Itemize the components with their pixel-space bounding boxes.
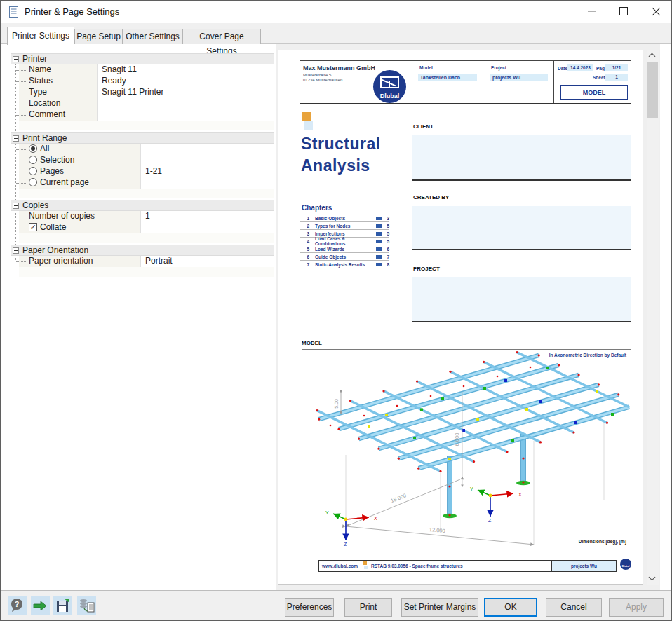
- paper-orientation-value[interactable]: Portrait: [141, 256, 274, 267]
- report-footer: www.dlubal.com RSTAB 9.03.0056 - Space f…: [318, 560, 617, 572]
- option-label: All: [40, 144, 49, 153]
- dim-height: 6.000: [454, 433, 460, 446]
- row-label: Paper orientation: [19, 256, 141, 267]
- printer-page-settings-dialog: Printer & Page Settings Printer Settings…: [0, 0, 672, 621]
- minimize-button[interactable]: [576, 1, 607, 22]
- report-header: Max Mustermann GmbH Musterstraße 5 01234…: [300, 60, 631, 104]
- printer-location-value: [98, 98, 274, 109]
- collapse-icon[interactable]: [13, 56, 19, 62]
- help-button[interactable]: ?: [8, 596, 27, 615]
- radio-current-page[interactable]: [29, 178, 37, 186]
- printer-comment-row: Comment: [19, 109, 274, 121]
- svg-text:Y: Y: [325, 510, 329, 515]
- row-label: Status: [19, 76, 98, 87]
- tab-page-setup[interactable]: Page Setup: [74, 29, 123, 44]
- created-by-heading: CREATED BY: [413, 194, 449, 200]
- scrollbar-thumb[interactable]: [647, 62, 658, 118]
- project-heading: PROJECT: [413, 266, 440, 272]
- preferences-button[interactable]: Preferences: [285, 598, 334, 617]
- chapter-row: 6Guide Objects7: [300, 253, 389, 261]
- dialog-document-icon: [9, 6, 18, 18]
- collapse-icon[interactable]: [13, 135, 19, 142]
- sheet-value: 1: [605, 74, 628, 81]
- scroll-up-button[interactable]: [647, 50, 659, 62]
- svg-text:?: ?: [15, 600, 20, 608]
- paper-orientation-row: Paper orientation Portrait: [19, 256, 274, 267]
- print-range-pages-row: Pages 1-21: [19, 166, 274, 177]
- copy-settings-icon: [78, 597, 95, 615]
- project-value: projects Wu: [490, 74, 548, 81]
- section-title: Print Range: [22, 133, 67, 143]
- radio-pages[interactable]: [29, 167, 37, 175]
- tab-printer-settings[interactable]: Printer Settings: [7, 27, 74, 45]
- pages-icon: [376, 255, 382, 259]
- transfer-settings-button[interactable]: [77, 596, 96, 615]
- tab-cover-page-settings[interactable]: Cover Page Settings: [182, 29, 261, 44]
- chapter-row: 5Load Wizards6: [300, 245, 389, 253]
- close-button[interactable]: [640, 1, 671, 22]
- radio-all[interactable]: [29, 144, 37, 153]
- copies-section: Copies Number of copies 1 ✓Collate: [11, 200, 274, 243]
- dim-width: 12.000: [429, 526, 445, 534]
- cover-orange-square: [302, 112, 311, 121]
- collapse-icon[interactable]: [13, 247, 19, 254]
- pages-range-value[interactable]: 1-21: [141, 166, 274, 177]
- option-label: Pages: [40, 166, 64, 176]
- bridge-icon: [380, 76, 399, 88]
- company-name: Max Mustermann GmbH: [303, 64, 375, 71]
- load-defaults-button[interactable]: [31, 596, 50, 615]
- maximize-icon: [619, 7, 628, 15]
- cover-blue-square: [304, 121, 313, 130]
- minimize-icon: [588, 11, 596, 12]
- dim-eave: 5.00: [334, 399, 339, 409]
- pages-icon: [376, 247, 382, 251]
- client-box: [412, 135, 631, 181]
- project-label: Project:: [491, 65, 508, 70]
- model-view: 5.00 6.000 15.000 12.000 X Y: [302, 349, 631, 547]
- print-range-selection-row: Selection: [19, 155, 274, 166]
- set-printer-margins-button[interactable]: Set Printer Margins: [401, 598, 478, 617]
- option-value: [141, 144, 274, 155]
- printer-section: Printer Name Snagit 11 Status Ready Type…: [11, 53, 274, 130]
- spacer-row: [19, 121, 274, 130]
- option-value: [141, 177, 274, 189]
- radio-selection[interactable]: [29, 156, 37, 164]
- row-label: Location: [19, 98, 98, 109]
- client-heading: CLIENT: [413, 123, 434, 130]
- print-range-all-row: All: [19, 144, 274, 155]
- preview-scrollbar[interactable]: [647, 50, 659, 585]
- print-range-section: Print Range All Selection Pages 1-21 Cur…: [11, 132, 274, 198]
- footer-blue-square: [364, 566, 368, 569]
- printer-type-row: Type Snagit 11 Printer: [19, 87, 274, 98]
- option-label: Selection: [40, 155, 74, 165]
- save-defaults-button[interactable]: [53, 596, 72, 615]
- printer-status-value: Ready: [98, 76, 274, 87]
- maximize-button[interactable]: [607, 1, 639, 22]
- footer-website: www.dlubal.com: [319, 561, 361, 571]
- number-of-copies-value[interactable]: 1: [141, 211, 274, 222]
- ok-button[interactable]: OK: [484, 598, 537, 617]
- svg-text:Z: Z: [344, 542, 347, 547]
- print-button[interactable]: Print: [344, 598, 392, 617]
- collate-checkbox[interactable]: ✓: [29, 223, 37, 231]
- chapters-heading: Chapters: [302, 204, 332, 212]
- chapter-row: 4Load Cases & Combinations5: [300, 238, 389, 245]
- dlubal-logo: Dlubal: [373, 70, 406, 103]
- logo-text: Dlubal: [373, 93, 406, 100]
- scroll-down-button[interactable]: [647, 573, 659, 585]
- footer-program: RSTAB 9.03.0056 - Space frame structures: [361, 561, 551, 571]
- green-arrow-icon: [32, 597, 49, 615]
- chapter-row: 2Types for Nodes5: [300, 222, 389, 230]
- print-range-section-header: Print Range: [11, 132, 274, 144]
- tab-other-settings[interactable]: Other Settings: [123, 29, 182, 44]
- axis-triad: X Y Z: [470, 486, 522, 523]
- printer-status-row: Status Ready: [19, 76, 274, 87]
- page-value: 1/21: [605, 64, 628, 71]
- view-note: In Axonometric Direction by Default: [549, 353, 627, 358]
- spacer-row: [19, 233, 274, 243]
- collapse-icon[interactable]: [13, 203, 19, 209]
- cancel-button[interactable]: Cancel: [546, 598, 602, 617]
- printer-name-value[interactable]: Snagit 11: [98, 64, 274, 76]
- printer-name-row: Name Snagit 11: [19, 64, 274, 76]
- project-box: [412, 277, 631, 322]
